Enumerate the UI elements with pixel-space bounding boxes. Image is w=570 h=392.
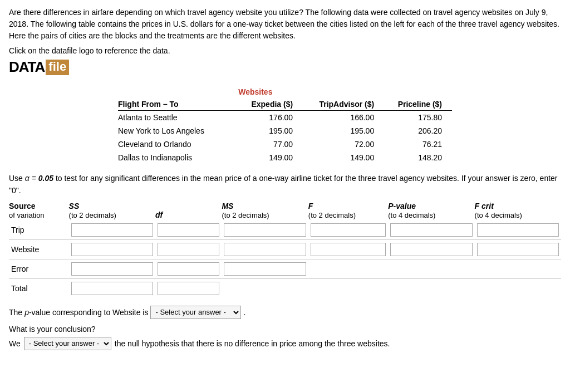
ms-input[interactable] — [224, 243, 306, 256]
df-input[interactable] — [158, 243, 220, 256]
anova-label: Error — [9, 259, 69, 278]
ss-input[interactable] — [71, 243, 153, 256]
p-italic: p-value corresponding to Website is — [24, 308, 148, 317]
df-input[interactable] — [158, 282, 220, 295]
flight-city: Atlanta to Seattle — [118, 111, 238, 125]
anova-fcrit-input[interactable] — [475, 220, 561, 240]
priceline-price: 206.20 — [384, 124, 452, 138]
priceline-price: 175.80 — [384, 111, 452, 125]
anova-df-input[interactable] — [155, 259, 222, 278]
anova-fcrit-header: F crit (to 4 decimals) — [475, 200, 561, 220]
pvalue-prefix: The — [9, 308, 22, 317]
anova-pval-header: P-value (to 4 decimals) — [388, 200, 474, 220]
anova-row: Error — [9, 259, 561, 278]
anova-f-input[interactable] — [308, 239, 388, 259]
tripadvisor-price: 166.00 — [303, 111, 384, 125]
alpha-text: Use α = 0.05 to test for any significant… — [9, 172, 561, 197]
pvalue-line: The p-value corresponding to Website is … — [9, 306, 561, 319]
col-priceline-header: Priceline ($) — [384, 98, 452, 111]
anova-label: Website — [9, 239, 69, 259]
we-prefix: We — [9, 339, 21, 348]
expedia-price: 176.00 — [238, 111, 303, 125]
ss-input[interactable] — [71, 223, 153, 237]
pval-input[interactable] — [390, 223, 472, 237]
conclusion-select[interactable]: - Select your answer - reject do not rej… — [24, 337, 111, 350]
datafile-logo[interactable]: DATA file — [9, 58, 69, 76]
fcrit-input[interactable] — [477, 243, 559, 256]
logo-data-text: DATA — [9, 58, 45, 76]
anova-row: Trip — [9, 220, 561, 240]
expedia-price: 195.00 — [238, 124, 303, 138]
anova-pval-empty — [388, 259, 474, 278]
anova-f-input[interactable] — [308, 220, 388, 240]
pvalue-suffix: . — [243, 308, 245, 317]
anova-df-input[interactable] — [155, 278, 222, 298]
priceline-price: 148.20 — [384, 151, 452, 164]
anova-df-input[interactable] — [155, 239, 222, 259]
anova-pval-input[interactable] — [388, 220, 474, 240]
flight-city: Cleveland to Orlando — [118, 138, 238, 151]
conclusion-suffix: the null hypothesis that there is no dif… — [115, 339, 390, 348]
pval-input[interactable] — [390, 243, 472, 256]
anova-ss-input[interactable] — [69, 278, 155, 298]
flight-city: Dallas to Indianapolis — [118, 151, 238, 164]
col-expedia-header: Expedia ($) — [238, 98, 303, 111]
anova-df-input[interactable] — [155, 220, 222, 240]
tripadvisor-price: 149.00 — [303, 151, 384, 164]
we-line: We - Select your answer - reject do not … — [9, 337, 561, 350]
anova-f-empty — [308, 278, 388, 298]
pvalue-select[interactable]: - Select your answer - less than 0.01 be… — [150, 306, 241, 319]
anova-row: Website — [9, 239, 561, 259]
anova-ms-input[interactable] — [222, 220, 308, 240]
f-input[interactable] — [311, 243, 386, 256]
click-instruction: Click on the datafile logo to reference … — [9, 46, 561, 55]
anova-ms-header: MS (to 2 decimals) — [222, 200, 308, 220]
df-input[interactable] — [158, 262, 220, 276]
anova-df-header: df — [155, 200, 222, 220]
anova-ms-input[interactable] — [222, 259, 308, 278]
tripadvisor-price: 72.00 — [303, 138, 384, 151]
anova-table: Source of variation SS (to 2 decimals) d… — [9, 200, 561, 298]
anova-ms-input[interactable] — [222, 239, 308, 259]
flight-city: New York to Los Angeles — [118, 124, 238, 138]
fcrit-input[interactable] — [477, 223, 559, 237]
expedia-price: 149.00 — [238, 151, 303, 164]
tripadvisor-price: 195.00 — [303, 124, 384, 138]
ss-input[interactable] — [71, 282, 153, 295]
anova-ss-input[interactable] — [69, 239, 155, 259]
table-row: Atlanta to Seattle 176.00 166.00 175.80 — [118, 111, 452, 125]
col-flight-header: Flight From – To — [118, 98, 238, 111]
expedia-price: 77.00 — [238, 138, 303, 151]
anova-fcrit-input[interactable] — [475, 239, 561, 259]
flight-data-table: Websites Flight From – To Expedia ($) Tr… — [118, 86, 452, 164]
anova-ss-input[interactable] — [69, 220, 155, 240]
ms-input[interactable] — [224, 223, 306, 237]
anova-row: Total — [9, 278, 561, 298]
intro-paragraph: Are there differences in airfare dependi… — [9, 7, 561, 42]
logo-file-text: file — [46, 60, 69, 75]
conclusion-question: What is your conclusion? — [9, 325, 561, 334]
anova-f-empty — [308, 259, 388, 278]
table-row: Cleveland to Orlando 77.00 72.00 76.21 — [118, 138, 452, 151]
anova-ms-empty — [222, 278, 308, 298]
anova-section: Source of variation SS (to 2 decimals) d… — [9, 200, 561, 298]
table-row: New York to Los Angeles 195.00 195.00 20… — [118, 124, 452, 138]
anova-pval-empty — [388, 278, 474, 298]
anova-source-header: Source of variation — [9, 200, 69, 220]
anova-f-header: F (to 2 decimals) — [308, 200, 388, 220]
ms-input[interactable] — [224, 262, 306, 276]
anova-ss-input[interactable] — [69, 259, 155, 278]
ss-input[interactable] — [71, 262, 153, 276]
data-table-container: Websites Flight From – To Expedia ($) Tr… — [9, 86, 561, 164]
anova-pval-input[interactable] — [388, 239, 474, 259]
f-input[interactable] — [311, 223, 386, 237]
anova-ss-header: SS (to 2 decimals) — [69, 200, 155, 220]
priceline-price: 76.21 — [384, 138, 452, 151]
alpha-symbol: α = 0.05 — [25, 174, 53, 183]
df-input[interactable] — [158, 223, 220, 237]
table-row: Dallas to Indianapolis 149.00 149.00 148… — [118, 151, 452, 164]
anova-label: Total — [9, 278, 69, 298]
anova-fcrit-empty — [475, 259, 561, 278]
websites-header: Websites — [238, 86, 452, 98]
anova-fcrit-empty — [475, 278, 561, 298]
